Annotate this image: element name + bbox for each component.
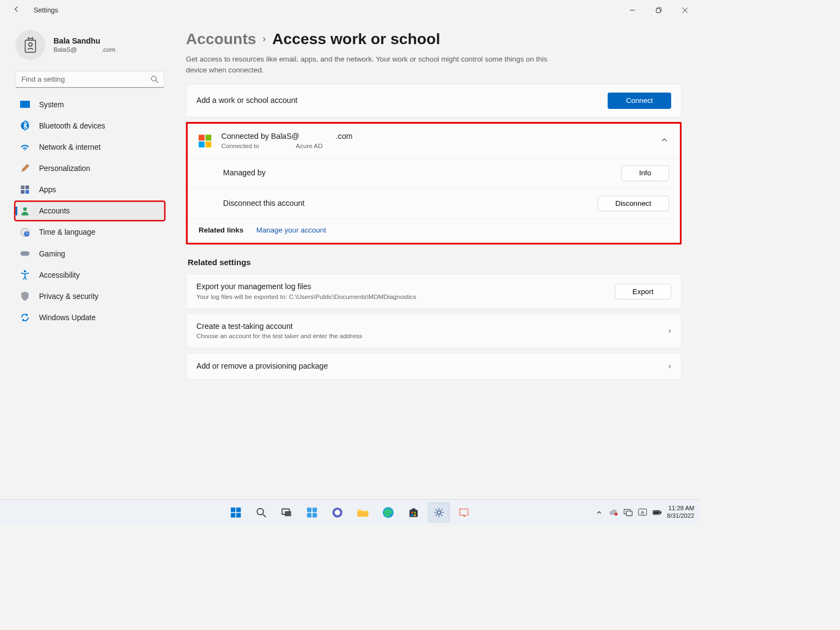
shield-icon	[20, 291, 30, 301]
nav-label: System	[39, 100, 64, 109]
nav-personalization[interactable]: Personalization	[15, 158, 165, 179]
svg-rect-50	[660, 511, 661, 513]
svg-text:あ: あ	[641, 510, 645, 515]
connected-to-label: Connected to Azure AD	[222, 143, 353, 150]
nav-network[interactable]: Network & internet	[15, 137, 165, 157]
task-view[interactable]	[275, 503, 297, 523]
svg-point-33	[334, 510, 340, 515]
close-button[interactable]	[672, 1, 698, 19]
export-logs-card: Export your management log files Your lo…	[186, 274, 682, 309]
nav-accessibility[interactable]: Accessibility	[15, 265, 165, 285]
snipping-tool[interactable]	[453, 503, 475, 523]
tray-chevron-up-icon[interactable]	[594, 508, 604, 517]
export-sub: Your log files will be exported to: C:\U…	[197, 293, 416, 300]
widgets-button[interactable]	[301, 503, 323, 523]
connect-button[interactable]: Connect	[608, 93, 671, 109]
test-taking-title: Create a test-taking account	[197, 322, 363, 331]
svg-rect-29	[312, 507, 317, 512]
file-explorer[interactable]	[352, 503, 373, 523]
svg-line-7	[156, 81, 158, 83]
gamepad-icon	[20, 248, 30, 258]
disconnect-label: Disconnect this account	[223, 199, 305, 209]
svg-point-24	[257, 508, 263, 515]
svg-rect-20	[231, 507, 235, 512]
disconnect-row: Disconnect this account Disconnect	[188, 189, 680, 219]
svg-point-6	[151, 76, 156, 81]
svg-rect-34	[357, 511, 368, 516]
microsoft-store[interactable]	[402, 503, 424, 523]
nav-system[interactable]: System	[15, 94, 165, 114]
svg-rect-46	[626, 511, 632, 515]
svg-point-15	[23, 207, 27, 211]
export-title: Export your management log files	[197, 283, 416, 292]
search-input[interactable]	[15, 71, 164, 88]
sidebar: Bala Sandhu BalaS@ .com System Bluetooth…	[9, 20, 168, 499]
profile-email: BalaS@ .com	[53, 46, 115, 53]
chevron-right-icon: ›	[669, 362, 671, 371]
battery-icon[interactable]	[653, 508, 662, 517]
managed-by-row: Managed by Info	[188, 158, 680, 189]
onedrive-icon[interactable]	[609, 508, 618, 517]
add-account-label: Add a work or school account	[197, 96, 298, 106]
taskbar-clock[interactable]: 11:28 AM 8/31/2022	[667, 505, 694, 520]
edge-browser[interactable]	[377, 503, 399, 523]
svg-point-44	[615, 512, 617, 515]
disconnect-button[interactable]: Disconnect	[598, 196, 669, 211]
svg-rect-41	[414, 514, 415, 516]
managed-by-label: Managed by	[223, 169, 266, 178]
profile-name: Bala Sandhu	[53, 36, 115, 46]
nav-windows-update[interactable]: Windows Update	[15, 308, 165, 328]
search-icon	[151, 75, 159, 83]
related-links-row: Related links Manage your account	[188, 219, 680, 242]
svg-rect-30	[307, 513, 311, 517]
search-box[interactable]	[15, 71, 164, 88]
start-button[interactable]	[225, 503, 247, 523]
nav-time-language[interactable]: Time & language	[15, 222, 165, 242]
back-button[interactable]	[13, 5, 21, 15]
nav-apps[interactable]: Apps	[15, 180, 165, 200]
window-title: Settings	[34, 6, 58, 14]
provisioning-card[interactable]: Add or remove a provisioning package ›	[186, 353, 682, 380]
apps-icon	[20, 185, 30, 194]
info-button[interactable]: Info	[621, 166, 669, 181]
svg-rect-18	[20, 251, 29, 255]
minimize-button[interactable]	[619, 1, 645, 19]
svg-rect-8	[20, 101, 30, 108]
breadcrumb-root[interactable]: Accounts	[186, 30, 256, 47]
nav-bluetooth[interactable]: Bluetooth & devices	[15, 115, 165, 136]
update-icon	[20, 313, 30, 322]
svg-rect-27	[285, 511, 291, 516]
breadcrumb: Accounts › Access work or school	[186, 30, 682, 47]
svg-rect-1	[656, 8, 660, 12]
connected-account-header[interactable]: Connected by BalaS@ .com Connected to Az…	[188, 124, 680, 158]
test-taking-card[interactable]: Create a test-taking account Choose an a…	[186, 314, 682, 348]
manage-account-link[interactable]: Manage your account	[256, 227, 326, 234]
nav-label: Accessibility	[39, 271, 80, 279]
chevron-up-icon[interactable]	[661, 137, 668, 146]
connected-by-label: Connected by BalaS@ .com	[222, 132, 353, 141]
person-icon	[20, 206, 30, 216]
nav-accounts[interactable]: Accounts	[15, 201, 165, 221]
svg-rect-22	[231, 513, 235, 517]
profile-block[interactable]: Bala Sandhu BalaS@ .com	[12, 30, 168, 71]
taskbar-search[interactable]	[250, 503, 272, 523]
chevron-right-icon: ›	[669, 326, 671, 335]
chat-button[interactable]	[326, 503, 348, 523]
maximize-button[interactable]	[645, 1, 671, 19]
nav-privacy[interactable]: Privacy & security	[15, 286, 165, 307]
settings-app-taskbar[interactable]	[428, 503, 450, 523]
display-connect-icon[interactable]	[623, 508, 633, 517]
svg-point-42	[437, 511, 441, 515]
svg-rect-13	[21, 190, 24, 194]
main-content: Accounts › Access work or school Get acc…	[168, 20, 690, 499]
display-icon	[20, 99, 30, 109]
nav-gaming[interactable]: Gaming	[15, 243, 165, 264]
nav-label: Accounts	[39, 206, 70, 215]
export-button[interactable]: Export	[615, 284, 671, 299]
test-taking-sub: Choose an account for the test taker and…	[197, 333, 363, 340]
language-icon[interactable]: あ	[638, 508, 647, 517]
page-title: Access work or school	[272, 30, 440, 47]
svg-point-19	[24, 270, 26, 272]
svg-rect-12	[26, 186, 29, 189]
nav-label: Gaming	[39, 249, 65, 258]
